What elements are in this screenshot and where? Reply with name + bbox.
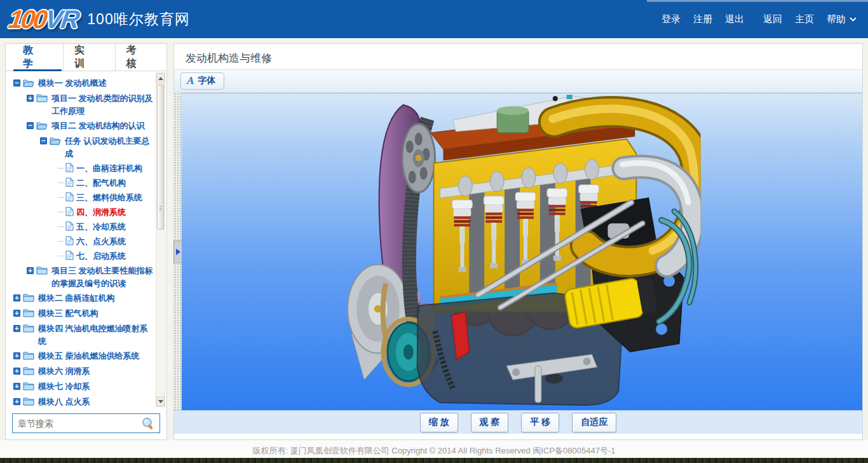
splitter-collapse-handle[interactable] — [173, 240, 182, 263]
collapse-icon[interactable]: − — [40, 137, 47, 144]
document-icon — [65, 177, 74, 190]
course-tree: −模块一 发动机概述+项目一 发动机类型的识别及工作原理−项目二 发动机结构的认… — [10, 75, 154, 408]
expand-icon[interactable]: + — [13, 325, 20, 332]
viewer-toolbar: A 字体 — [174, 70, 862, 93]
tree-item-label: 任务 认识发动机主要总成 — [65, 135, 154, 160]
folder-icon — [23, 323, 36, 336]
course-tree-wrap: −模块一 发动机概述+项目一 发动机类型的识别及工作原理−项目二 发动机结构的认… — [6, 71, 166, 408]
tree-item[interactable]: +模块六 润滑系 — [10, 365, 154, 378]
header-link[interactable]: 退出 — [725, 13, 744, 25]
font-button[interactable]: A 字体 — [180, 73, 224, 90]
tree-connector — [58, 241, 64, 242]
font-icon: A — [187, 76, 194, 85]
header-link[interactable]: 主页 — [795, 13, 814, 25]
tree-item-label: 项目二 发动机结构的认识 — [51, 120, 145, 132]
expand-icon[interactable]: + — [27, 95, 34, 102]
tree-connector — [58, 168, 64, 169]
tree-item-label: 四、润滑系统 — [76, 206, 126, 219]
chapter-search-input[interactable] — [12, 413, 160, 433]
sidebar-tabs: 教 学实 训考 核 — [6, 44, 166, 71]
tree-item[interactable]: +模块八 点火系 — [10, 396, 154, 408]
chevron-down-icon — [850, 17, 857, 22]
tree-item[interactable]: 七、启动系统 — [10, 250, 154, 263]
header-links: 登录注册退出返回主页帮助 — [661, 13, 857, 25]
collapse-icon[interactable]: − — [27, 122, 34, 129]
site-logo[interactable]: 100VR — [7, 5, 81, 34]
folder-icon — [23, 350, 36, 363]
tree-item[interactable]: 一、曲柄连杆机构 — [10, 162, 154, 175]
engine-3d-model[interactable] — [344, 93, 700, 410]
viewer-control-button[interactable]: 观 察 — [471, 413, 509, 432]
tree-item[interactable]: +模块五 柴油机燃油供给系统 — [10, 350, 154, 363]
tree-item[interactable]: −任务 认识发动机主要总成 — [10, 135, 154, 160]
collapse-icon[interactable]: − — [13, 79, 20, 86]
tree-item[interactable]: 三、燃料供给系统 — [10, 191, 154, 204]
sidebar-tab[interactable]: 实 训 — [63, 44, 114, 71]
scroll-up-button[interactable] — [156, 73, 165, 83]
tree-connector — [58, 226, 64, 227]
tree-item[interactable]: +模块四 汽油机电控燃油喷射系统 — [10, 322, 154, 348]
panel-splitter[interactable] — [174, 93, 182, 410]
expand-icon[interactable]: + — [27, 267, 34, 274]
tree-item[interactable]: 四、润滑系统 — [10, 206, 154, 219]
document-icon — [65, 192, 74, 204]
magnifier-icon[interactable] — [141, 417, 155, 431]
tree-item[interactable]: −项目二 发动机结构的认识 — [10, 120, 154, 133]
tree-item[interactable]: +项目一 发动机类型的识别及工作原理 — [10, 92, 154, 118]
tree-item-label: 模块二 曲柄连缸机构 — [38, 292, 115, 305]
tree-item[interactable]: +模块三 配气机构 — [10, 307, 154, 321]
scroll-down-button[interactable] — [156, 396, 165, 406]
viewer-control-button[interactable]: 缩 放 — [420, 413, 458, 432]
header-link[interactable]: 登录 — [661, 13, 681, 25]
arrow-up-icon — [158, 77, 163, 80]
sidebar: 教 学实 训考 核 −模块一 发动机概述+项目一 发动机类型的识别及工作原理−项… — [5, 43, 167, 440]
tree-scrollbar[interactable] — [156, 73, 165, 407]
header-link[interactable]: 注册 — [693, 13, 712, 25]
tree-connector — [58, 212, 64, 212]
expand-icon[interactable]: + — [13, 368, 20, 375]
footer-bottom-strip — [0, 458, 868, 463]
viewer-controls: 缩 放观 察平 移自适应 — [174, 410, 862, 434]
header-link[interactable]: 返回 — [763, 13, 782, 25]
expand-icon[interactable]: + — [13, 310, 20, 317]
expand-icon[interactable]: + — [13, 383, 20, 390]
sidebar-tab[interactable]: 考 核 — [115, 44, 166, 71]
arrow-down-icon — [158, 400, 163, 403]
expand-icon[interactable]: + — [13, 398, 20, 405]
copyright-text: 版权所有: 厦门凤凰创壹软件有限公司 Copyright © 2014 All … — [0, 440, 868, 457]
tree-item[interactable]: 二、配气机构 — [10, 177, 154, 190]
tree-item-label: 模块八 点火系 — [38, 396, 90, 408]
tree-item[interactable]: −模块一 发动机概述 — [10, 77, 154, 90]
tree-item-label: 二、配气机构 — [76, 177, 126, 190]
header: 100VR 100唯尔教育网 登录注册退出返回主页帮助 — [0, 0, 868, 38]
tree-item-label: 模块一 发动机概述 — [38, 77, 107, 90]
tree-item[interactable]: +项目三 发动机主要性能指标的掌握及编号的识读 — [10, 265, 154, 290]
folder-icon — [36, 93, 49, 106]
3d-viewer[interactable] — [182, 93, 862, 410]
folder-icon — [23, 381, 36, 394]
sidebar-tab[interactable]: 教 学 — [12, 44, 63, 71]
tree-item-label: 模块三 配气机构 — [38, 307, 98, 320]
tree-item-label: 三、燃料供给系统 — [76, 191, 142, 204]
font-button-label: 字体 — [198, 75, 215, 86]
tree-item-label: 五、冷却系统 — [76, 221, 126, 233]
viewer-row — [174, 93, 862, 410]
scrollbar-thumb[interactable] — [157, 85, 164, 230]
tree-item[interactable]: +模块二 曲柄连缸机构 — [10, 292, 154, 305]
viewer-control-button[interactable]: 平 移 — [521, 413, 559, 432]
footer: 版权所有: 厦门凤凰创壹软件有限公司 Copyright © 2014 All … — [0, 440, 868, 463]
expand-icon[interactable]: + — [13, 352, 20, 359]
tree-item-label: 模块六 润滑系 — [38, 365, 90, 378]
tree-connector — [58, 197, 64, 198]
tree-item[interactable]: +模块七 冷却系 — [10, 380, 154, 394]
tree-item[interactable]: 五、冷却系统 — [10, 221, 154, 233]
tree-item-label: 六、点火系统 — [76, 235, 126, 248]
expand-icon[interactable]: + — [13, 294, 20, 301]
content-tab-active[interactable]: 发动机构造与维修 — [184, 50, 291, 72]
viewer-control-button[interactable]: 自适应 — [572, 413, 616, 432]
document-icon — [65, 251, 74, 263]
tree-item[interactable]: 六、点火系统 — [10, 235, 154, 248]
tree-connector — [58, 256, 64, 256]
tree-item-label: 模块四 汽油机电控燃油喷射系统 — [38, 322, 154, 348]
header-link[interactable]: 帮助 — [827, 13, 857, 25]
